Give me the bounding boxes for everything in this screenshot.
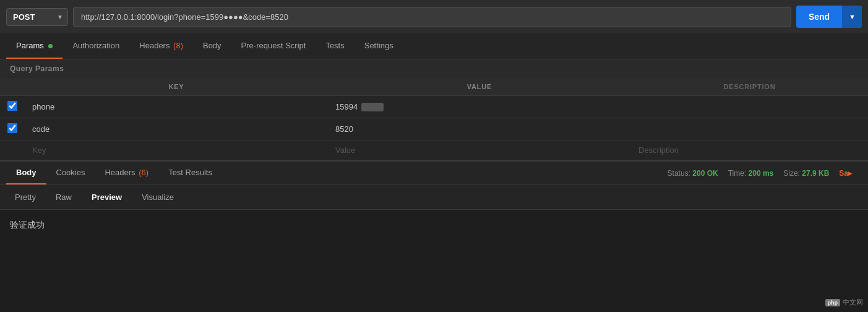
tab-settings[interactable]: Settings [355, 33, 403, 59]
response-tab-test-results[interactable]: Test Results [158, 162, 222, 184]
row-code-checkbox[interactable] [7, 123, 17, 133]
row-code-key[interactable]: code [25, 118, 328, 141]
tab-body[interactable]: Body [193, 33, 231, 59]
col-header-value: VALUE [328, 78, 631, 96]
params-table: KEY VALUE DESCRIPTION phone 15994 [0, 78, 868, 160]
tab-headers-label: Headers [139, 41, 170, 50]
tab-headers[interactable]: Headers (8) [129, 33, 193, 59]
response-text: 验证成功 [10, 220, 45, 230]
body-view-tab-visualize-label: Visualize [142, 193, 174, 202]
tab-authorization[interactable]: Authorization [62, 33, 129, 59]
row-code-check-cell [0, 118, 25, 141]
row-phone-key-value: phone [32, 102, 54, 111]
row-phone-checkbox[interactable] [7, 101, 17, 111]
request-tabs-section: Params Authorization Headers (8) Body Pr… [0, 33, 868, 59]
empty-check-cell [0, 141, 25, 160]
row-code-key-value: code [32, 124, 49, 134]
tab-params[interactable]: Params [6, 33, 62, 59]
row-phone-value: 15994 [335, 102, 358, 111]
send-dropdown-button[interactable]: ▼ [842, 6, 862, 28]
body-view-tab-raw-label: Raw [56, 193, 72, 202]
method-wrapper: GETPOSTPUTPATCHDELETEHEADOPTIONS ▼ [6, 8, 68, 26]
status-row: Status: 200 OK Time: 200 ms Size: 27.9 K… [658, 164, 862, 183]
php-logo: php [825, 299, 841, 306]
table-row: code 8520 [0, 118, 868, 141]
query-params-header: Query Params [0, 59, 868, 78]
response-section: Body Cookies Headers (6) Test Results St… [0, 160, 868, 253]
tab-pre-request[interactable]: Pre-request Script [231, 33, 316, 59]
php-watermark: php 中文网 [825, 298, 864, 307]
row-phone-value-blur [361, 103, 384, 111]
method-select[interactable]: GETPOSTPUTPATCHDELETEHEADOPTIONS [6, 8, 68, 26]
table-row-empty: Key Value Description [0, 141, 868, 160]
response-tab-body-label: Body [16, 168, 37, 177]
status-label: Status: 200 OK [668, 169, 718, 178]
row-phone-value-cell[interactable]: 15994 [328, 96, 631, 118]
row-code-description[interactable] [631, 118, 868, 141]
send-button[interactable]: Send [796, 6, 842, 28]
col-header-check [0, 78, 25, 96]
time-label: Time: 200 ms [728, 169, 774, 178]
response-tab-cookies-label: Cookies [56, 168, 85, 177]
empty-value-placeholder: Value [335, 145, 355, 155]
body-view-tab-raw[interactable]: Raw [47, 189, 80, 206]
tab-tests[interactable]: Tests [316, 33, 354, 59]
time-value: 200 ms [749, 169, 774, 178]
empty-key-placeholder: Key [32, 145, 46, 155]
response-tab-headers[interactable]: Headers (6) [95, 162, 158, 184]
response-tab-test-results-label: Test Results [168, 168, 212, 177]
size-value: 27.9 KB [802, 169, 829, 178]
body-view-tabs: Pretty Raw Preview Visualize [0, 185, 868, 210]
tab-params-label: Params [16, 41, 44, 50]
size-label: Size: 27.9 KB [783, 169, 829, 178]
response-content: 验证成功 [0, 210, 868, 253]
tab-pre-request-label: Pre-request Script [241, 41, 306, 50]
body-view-tab-pretty[interactable]: Pretty [6, 189, 45, 206]
row-phone-check-cell [0, 96, 25, 118]
col-header-key: KEY [25, 78, 328, 96]
row-phone-description[interactable] [631, 96, 868, 118]
response-tab-headers-badge: (6) [139, 168, 148, 177]
php-text: 中文网 [843, 298, 863, 307]
tab-headers-badge: (8) [173, 41, 183, 50]
save-response-button[interactable]: Sa▸ [839, 169, 852, 178]
status-value: 200 OK [692, 169, 718, 178]
col-header-description: DESCRIPTION [631, 78, 868, 96]
send-btn-wrapper: Send ▼ [796, 6, 862, 28]
response-tab-cookies[interactable]: Cookies [46, 162, 95, 184]
body-view-tab-preview[interactable]: Preview [83, 189, 131, 206]
tab-settings-label: Settings [364, 41, 393, 50]
empty-value-cell[interactable]: Value [328, 141, 631, 160]
response-tabs-list: Body Cookies Headers (6) Test Results [6, 162, 222, 184]
response-tabs-row: Body Cookies Headers (6) Test Results St… [0, 162, 868, 185]
empty-key-cell[interactable]: Key [25, 141, 328, 160]
top-bar: GETPOSTPUTPATCHDELETEHEADOPTIONS ▼ Send … [0, 0, 868, 33]
tab-body-label: Body [203, 41, 221, 50]
row-code-value-cell[interactable]: 8520 [328, 118, 631, 141]
request-tabs-list: Params Authorization Headers (8) Body Pr… [0, 33, 868, 59]
row-code-value: 8520 [335, 124, 353, 134]
table-row: phone 15994 [0, 96, 868, 118]
body-view-tab-pretty-label: Pretty [15, 193, 36, 202]
empty-desc-cell[interactable]: Description [631, 141, 868, 160]
tab-authorization-label: Authorization [72, 41, 119, 50]
body-view-tab-preview-label: Preview [92, 193, 122, 202]
tab-tests-label: Tests [325, 41, 344, 50]
body-view-tab-visualize[interactable]: Visualize [133, 189, 183, 206]
row-phone-key[interactable]: phone [25, 96, 328, 118]
response-tab-body[interactable]: Body [6, 162, 46, 184]
response-tab-headers-label: Headers [105, 168, 135, 177]
empty-desc-placeholder: Description [638, 145, 679, 155]
query-params-label: Query Params [10, 64, 64, 73]
params-dot-icon [48, 44, 53, 48]
url-input[interactable] [73, 7, 791, 27]
